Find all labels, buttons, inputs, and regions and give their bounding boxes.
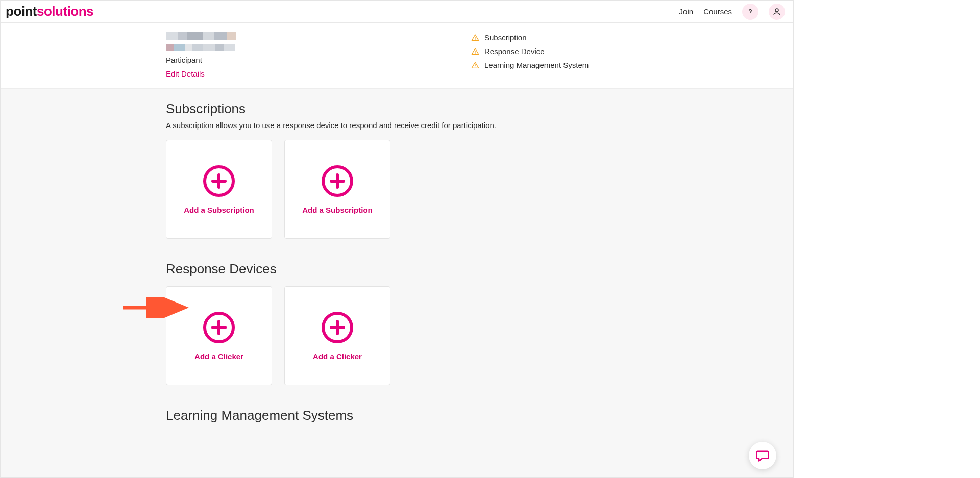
- nav-courses[interactable]: Courses: [703, 7, 732, 16]
- profile-role: Participant: [166, 56, 236, 64]
- question-icon: [746, 7, 755, 16]
- status-label: Response Device: [484, 47, 545, 56]
- user-icon: [772, 7, 781, 16]
- redacted-name: [166, 32, 236, 40]
- main-area: Subscriptions A subscription allows you …: [1, 88, 793, 478]
- profile-info: Participant Edit Details: [166, 32, 236, 78]
- logo[interactable]: pointsolutions: [6, 4, 93, 19]
- svg-point-1: [775, 9, 778, 12]
- add-subscription-card[interactable]: Add a Subscription: [166, 140, 272, 239]
- subscriptions-subtitle: A subscription allows you to use a respo…: [166, 121, 793, 130]
- redacted-email: [166, 44, 236, 51]
- nav-right: Join Courses: [679, 4, 785, 20]
- account-button[interactable]: [769, 4, 785, 20]
- status-label: Subscription: [484, 33, 527, 42]
- status-list: Subscription Response Device Learning Ma…: [471, 32, 589, 78]
- status-label: Learning Management System: [484, 61, 589, 69]
- card-label: Add a Subscription: [184, 206, 254, 214]
- card-label: Add a Clicker: [313, 352, 362, 361]
- chat-button[interactable]: [749, 442, 776, 469]
- add-clicker-card[interactable]: Add a Clicker: [166, 286, 272, 385]
- svg-point-7: [475, 66, 475, 67]
- subscriptions-title: Subscriptions: [166, 101, 793, 117]
- help-button[interactable]: [742, 4, 758, 20]
- plus-circle-icon: [321, 311, 354, 344]
- status-subscription: Subscription: [471, 33, 589, 42]
- status-lms: Learning Management System: [471, 61, 589, 69]
- subscriptions-cards: Add a Subscription Add a Subscription: [166, 140, 793, 239]
- card-label: Add a Clicker: [194, 352, 243, 361]
- svg-point-3: [475, 39, 475, 39]
- svg-point-5: [475, 53, 475, 53]
- devices-cards: Add a Clicker Add a Clicker: [166, 286, 793, 385]
- chat-icon: [755, 448, 770, 463]
- plus-circle-icon: [321, 165, 354, 197]
- warning-icon: [471, 61, 479, 69]
- plus-circle-icon: [203, 311, 235, 344]
- add-subscription-card[interactable]: Add a Subscription: [284, 140, 390, 239]
- add-clicker-card[interactable]: Add a Clicker: [284, 286, 390, 385]
- warning-icon: [471, 34, 479, 42]
- status-response-device: Response Device: [471, 47, 589, 56]
- edit-details-link[interactable]: Edit Details: [166, 69, 236, 78]
- warning-icon: [471, 47, 479, 56]
- logo-part2: solutions: [37, 4, 93, 19]
- devices-title: Response Devices: [166, 261, 793, 277]
- logo-part1: point: [6, 4, 37, 19]
- top-nav: pointsolutions Join Courses: [1, 1, 793, 23]
- plus-circle-icon: [203, 165, 235, 197]
- card-label: Add a Subscription: [302, 206, 373, 214]
- svg-point-0: [750, 13, 750, 14]
- lms-title: Learning Management Systems: [166, 408, 793, 423]
- profile-section: Participant Edit Details Subscription Re…: [1, 23, 793, 88]
- app-viewport: pointsolutions Join Courses: [0, 0, 794, 478]
- nav-join[interactable]: Join: [679, 7, 694, 16]
